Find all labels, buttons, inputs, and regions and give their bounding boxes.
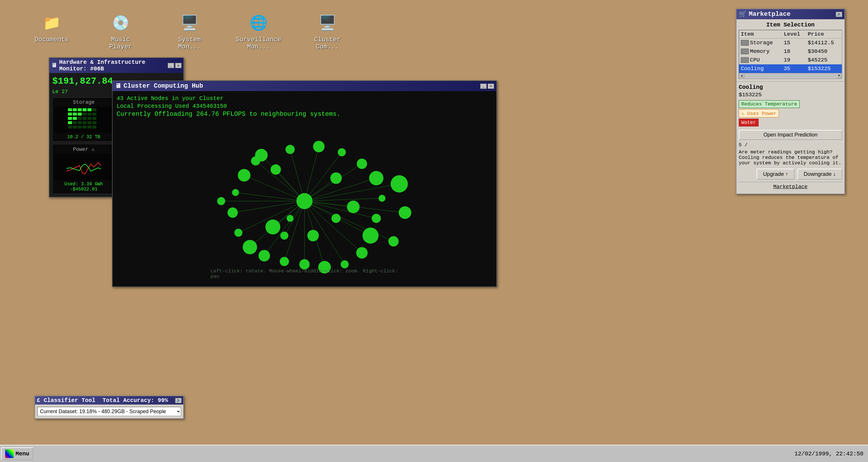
svg-point-78: [338, 148, 346, 156]
marketplace-body: Item Selection Item Level Price Storage …: [737, 19, 844, 81]
tag-temp: Reduces Temperature: [739, 100, 800, 108]
hw-monitor-icon: 🖥: [51, 62, 57, 69]
cluster-hub-body: 43 Active Nodes in your Cluster Local Pr…: [113, 91, 496, 286]
svg-rect-24: [68, 126, 72, 128]
svg-rect-13: [73, 117, 77, 120]
cpu-item-icon: [741, 57, 749, 63]
taskbar-clock: 12/02/1999, 22:42:50: [795, 451, 863, 457]
svg-line-57: [284, 201, 305, 261]
classifier-audio-btn[interactable]: 🔊: [175, 398, 182, 403]
svg-rect-10: [88, 113, 92, 116]
cluster-hub-titlebar[interactable]: 🖥 Cluster Computing Hub _ ✕: [113, 81, 496, 91]
svg-rect-7: [73, 113, 77, 116]
cluster-hub-window: 🖥 Cluster Computing Hub _ ✕ 43 Active No…: [112, 81, 497, 287]
svg-point-99: [266, 219, 280, 235]
surveillance-icon[interactable]: 🌐 Surveillance Mon...: [241, 11, 276, 51]
table-row[interactable]: Storage 15 $14112.5: [739, 38, 842, 48]
storage-stat: 10.2 / 32 TB: [54, 134, 113, 140]
svg-line-61: [232, 201, 305, 213]
system-icon[interactable]: 🖥️ System Mon...: [172, 11, 207, 51]
taskbar: Menu 12/02/1999, 22:42:50: [0, 445, 868, 462]
marketplace-icon: 🛒: [739, 10, 746, 18]
svg-rect-12: [68, 117, 72, 120]
marketplace-titlebar[interactable]: 🛒 Marketplace 🔊: [737, 9, 844, 19]
svg-rect-18: [68, 121, 72, 124]
classifier-tool-window: £ Classifier Tool Total Accuracy: 99% 🔊 …: [34, 396, 184, 419]
desktop-icons: 📁 Documents 💿 Music Player 🖥️ System Mon…: [34, 11, 345, 51]
dataset-select[interactable]: Current Dataset: 19.18% - 480.29GB - Scr…: [37, 407, 181, 416]
marketplace-audio-btn[interactable]: 🔊: [836, 12, 842, 17]
svg-point-105: [332, 214, 341, 223]
memory-item-icon: [741, 49, 749, 54]
svg-point-87: [299, 259, 310, 270]
svg-rect-17: [92, 117, 96, 120]
local-processing-info: Local Processing Used 4345463150: [117, 103, 492, 110]
storage-graph: [54, 107, 113, 133]
upgrade-button[interactable]: Upgrade ↑: [756, 168, 795, 180]
scroll-up-btn[interactable]: ▲: [740, 73, 744, 78]
svg-point-90: [243, 240, 257, 254]
detail-panel: Cooling $153225 Reduces Temperature ⚠ Us…: [737, 81, 844, 194]
cluster-close-btn[interactable]: ✕: [488, 84, 494, 89]
svg-point-85: [341, 260, 349, 268]
svg-point-76: [285, 145, 295, 154]
documents-icon[interactable]: 📁 Documents: [34, 11, 69, 43]
power-stat1: Used: 3.39 GWh: [54, 182, 113, 187]
table-row[interactable]: CPU 19 $45225: [739, 56, 842, 64]
start-button[interactable]: Menu: [1, 448, 33, 460]
svg-rect-25: [73, 126, 77, 128]
menu-label: Menu: [16, 451, 29, 457]
svg-rect-4: [88, 108, 92, 111]
detail-counter: 5 /: [739, 142, 842, 148]
active-nodes-info: 43 Active Nodes in your Cluster: [117, 95, 492, 102]
svg-point-98: [271, 164, 281, 175]
svg-point-77: [313, 141, 324, 152]
network-svg: [175, 126, 434, 276]
cluster-hint: Left-click: rotate. Mouse-wheel/middle-c…: [211, 268, 398, 279]
col-level: Level: [782, 30, 806, 38]
marketplace-link[interactable]: Marketplace: [774, 184, 808, 190]
close-btn[interactable]: ✕: [175, 63, 182, 68]
svg-rect-28: [88, 126, 92, 128]
svg-point-92: [227, 208, 238, 218]
surveillance-label: Surveillance Mon...: [236, 36, 281, 51]
cluster-icon[interactable]: 🖥️ Cluster Com...: [310, 11, 345, 51]
svg-rect-6: [68, 113, 72, 116]
svg-point-82: [372, 214, 381, 223]
music-player-label: Music Player: [103, 36, 138, 51]
storage-panel: Storage: [52, 97, 115, 142]
documents-label: Documents: [35, 36, 69, 43]
svg-point-106: [307, 230, 319, 241]
music-player-icon[interactable]: 💿 Music Player: [103, 11, 138, 51]
classifier-body: Current Dataset: 19.18% - 480.29GB - Scr…: [35, 404, 183, 418]
cluster-label: Cluster Com...: [310, 36, 345, 51]
minimize-btn[interactable]: _: [168, 63, 174, 68]
svg-line-51: [305, 201, 376, 218]
table-row-selected[interactable]: Cooling 35 $153225: [739, 64, 842, 73]
scroll-down-btn[interactable]: ▼: [837, 73, 841, 78]
svg-rect-26: [78, 126, 82, 128]
cluster-canvas[interactable]: Left-click: rotate. Mouse-wheel/middle-c…: [117, 121, 492, 282]
svg-point-101: [391, 175, 408, 192]
classifier-titlebar[interactable]: £ Classifier Tool Total Accuracy: 99% 🔊: [35, 396, 183, 404]
svg-rect-0: [68, 108, 72, 111]
svg-point-84: [356, 247, 368, 258]
svg-rect-20: [78, 121, 82, 124]
svg-point-103: [388, 236, 399, 247]
cluster-minimize-btn[interactable]: _: [480, 84, 487, 89]
downgrade-button[interactable]: Downgrade ↓: [797, 168, 842, 180]
detail-title: Cooling: [739, 84, 763, 91]
hw-monitor-titlebar[interactable]: 🖥 Hardware & Infrastructure Monitor: #06…: [50, 58, 183, 73]
marketplace-bottom: Marketplace: [739, 182, 842, 191]
power-title: Power ⚠: [54, 146, 113, 152]
col-item: Item: [739, 30, 782, 38]
svg-point-104: [217, 197, 225, 205]
svg-line-46: [305, 147, 319, 201]
detail-price: $153225: [739, 92, 763, 98]
action-buttons: Upgrade ↑ Downgrade ↓: [739, 168, 842, 180]
classifier-title: £ Classifier Tool: [37, 397, 95, 404]
impact-prediction-button[interactable]: Open Impact Prediction: [739, 130, 842, 140]
svg-rect-1: [73, 108, 77, 111]
desktop: 📁 Documents 💿 Music Player 🖥️ System Mon…: [0, 0, 868, 462]
table-row[interactable]: Memory 18 $30450: [739, 47, 842, 56]
